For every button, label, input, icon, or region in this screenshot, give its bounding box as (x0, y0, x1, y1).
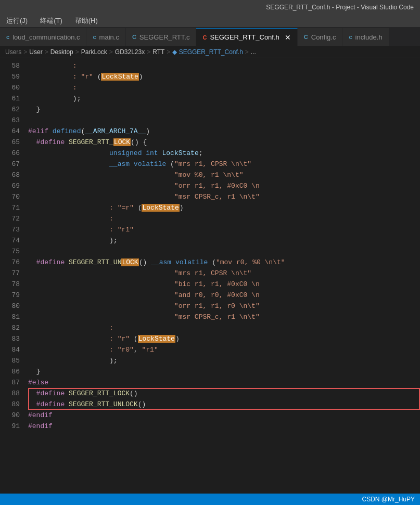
tab-segger-rtt[interactable]: C SEGGER_RTT.c (126, 28, 197, 46)
code-line-88: 88 #define SEGGER_RTT_LOCK() (0, 388, 420, 399)
code-line-61: 61 ); (0, 93, 420, 104)
code-text: "bic r1, r1, #0xC0 \n (28, 279, 420, 290)
line-number: 60 (0, 82, 20, 93)
line-number: 66 (0, 148, 20, 159)
menu-bar: 运行(J) 终端(T) 帮助(H) (0, 15, 420, 27)
code-line-90: 90 #endif (0, 410, 420, 421)
code-text: "orr r1, r1, #0xC0 \n (28, 180, 420, 191)
line-number: 81 (0, 312, 20, 322)
line-number: 73 (0, 224, 20, 235)
tab-label: Config.c (311, 33, 336, 41)
code-text: ); (28, 93, 420, 104)
code-line-72: 72 : (0, 213, 420, 224)
line-number: 88 (0, 388, 20, 399)
code-line-83: 83 : "r" (LockState) (0, 333, 420, 344)
code-line-64: 64 #elif defined(__ARM_ARCH_7A__) (0, 126, 420, 137)
code-line-77: 77 "mrs r1, CPSR \n\t" (0, 268, 420, 279)
code-text: "msr CPSR_c, r1 \n\t" (28, 312, 420, 322)
code-text: #define SEGGER_RTT_LOCK() (28, 388, 420, 399)
tab-config[interactable]: C Config.c (298, 28, 343, 46)
code-line-67: 67 __asm volatile ("mrs r1, CPSR \n\t" (0, 159, 420, 170)
breadcrumb-ellipsis: ... (251, 48, 256, 56)
code-text: : (28, 60, 420, 71)
code-text: } (28, 366, 420, 377)
line-number: 67 (0, 159, 20, 170)
code-text: : "r" (LockState) (28, 71, 420, 82)
code-text: : "r" (LockState) (28, 333, 420, 344)
breadcrumb-gd32: GD32L23x (115, 48, 145, 56)
code-text: "mrs r1, CPSR \n\t" (28, 268, 420, 279)
breadcrumb-parklock: ParkLock (81, 48, 107, 56)
menu-help[interactable]: 帮助(H) (73, 15, 100, 27)
line-number: 79 (0, 290, 20, 301)
title-bar: SEGGER_RTT_Conf.h - Project - Visual Stu… (0, 0, 420, 15)
code-line-76: 76 #define SEGGER_RTT_UNLOCK() __asm vol… (0, 257, 420, 268)
tab-cloud-communication[interactable]: c loud_communication.c (0, 28, 86, 46)
line-number: 65 (0, 137, 20, 148)
tab-label: loud_communication.c (12, 33, 80, 41)
code-line-75: 75 (0, 246, 420, 257)
code-line-86: 86 } (0, 366, 420, 377)
code-text: : (28, 322, 420, 333)
line-number: 85 (0, 355, 20, 366)
code-text: #elif defined(__ARM_ARCH_7A__) (28, 126, 420, 137)
code-line-87: 87 #else (0, 377, 420, 388)
code-area: 58 : 59 : "r" (LockState) 60 : 61 ); 62 (0, 58, 420, 494)
line-number: 63 (0, 115, 20, 126)
c-file-icon: c (6, 34, 9, 40)
code-line-69: 69 "orr r1, r1, #0xC0 \n (0, 180, 420, 191)
code-text: } (28, 104, 420, 115)
code-line-60: 60 : (0, 82, 420, 93)
line-number: 69 (0, 180, 20, 191)
line-number: 74 (0, 235, 20, 246)
tab-close-icon[interactable]: ✕ (285, 33, 291, 42)
line-number: 89 (0, 399, 20, 410)
line-number: 82 (0, 322, 20, 333)
code-line-70: 70 "msr CPSR_c, r1 \n\t" (0, 191, 420, 202)
code-line-66: 66 unsigned int LockState; (0, 148, 420, 159)
tab-label: include.h (355, 33, 383, 41)
tab-label: SEGGER_RTT.c (139, 33, 190, 41)
code-line-62: 62 } (0, 104, 420, 115)
breadcrumb-user: User (29, 48, 42, 56)
line-number: 62 (0, 104, 20, 115)
line-number: 64 (0, 126, 20, 137)
c-file-icon: c (93, 34, 96, 40)
code-text: "msr CPSR_c, r1 \n\t" (28, 191, 420, 202)
csdn-attribution: CSDN @Mr_HuPY (362, 496, 415, 503)
code-text: unsigned int LockState; (28, 148, 420, 159)
code-text: ); (28, 235, 420, 246)
code-line-78: 78 "bic r1, r1, #0xC0 \n (0, 279, 420, 290)
line-number: 80 (0, 301, 20, 312)
tab-label: main.c (99, 33, 119, 41)
breadcrumb-text: Users (5, 48, 21, 56)
line-number: 76 (0, 257, 20, 268)
code-text: ); (28, 355, 420, 366)
menu-run[interactable]: 运行(J) (4, 15, 30, 27)
tab-segger-rtt-conf[interactable]: C SEGGER_RTT_Conf.h ✕ (196, 28, 297, 46)
h-file-icon: C (202, 34, 207, 41)
tab-main[interactable]: c main.c (86, 28, 125, 46)
line-number: 75 (0, 246, 20, 257)
code-text: #define SEGGER_RTT_LOCK() { (28, 137, 420, 148)
line-number: 68 (0, 170, 20, 180)
line-number: 61 (0, 93, 20, 104)
code-line-82: 82 : (0, 322, 420, 333)
tab-label: SEGGER_RTT_Conf.h (210, 33, 279, 41)
tabs-bar: c loud_communication.c c main.c C SEGGER… (0, 27, 420, 46)
line-number: 77 (0, 268, 20, 279)
code-line-65: 65 #define SEGGER_RTT_LOCK() { (0, 137, 420, 148)
code-line-58: 58 : (0, 60, 420, 71)
code-line-59: 59 : "r" (LockState) (0, 71, 420, 82)
menu-terminal[interactable]: 终端(T) (38, 15, 65, 27)
status-bar: CSDN @Mr_HuPY (0, 494, 420, 505)
code-text: : (28, 213, 420, 224)
line-number: 71 (0, 202, 20, 213)
code-text: : (28, 82, 420, 93)
tab-include[interactable]: c include.h (342, 28, 389, 46)
code-line-84: 84 : "r0", "r1" (0, 344, 420, 355)
c-file-icon: C (132, 34, 136, 40)
code-text (28, 246, 420, 257)
code-text: : "r0", "r1" (28, 344, 420, 355)
line-number: 90 (0, 410, 20, 421)
